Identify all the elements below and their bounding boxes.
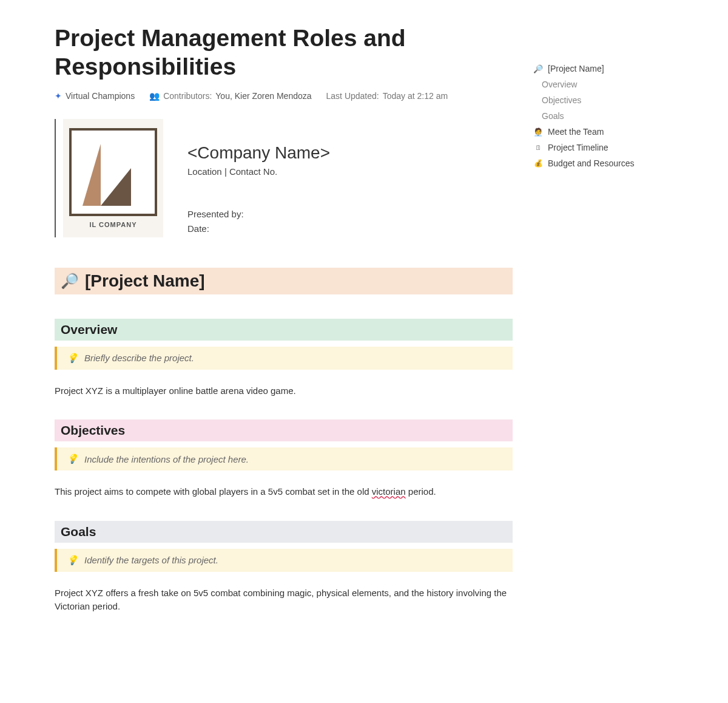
presented-by: Presented by: bbox=[187, 207, 330, 222]
toc-label: Project Timeline bbox=[548, 143, 608, 152]
objectives-body-post: period. bbox=[406, 486, 436, 497]
page-title: Project Management Roles and Responsibil… bbox=[55, 24, 513, 81]
logo-label: IL COMPANY bbox=[89, 221, 136, 228]
toc-label: Goals bbox=[542, 111, 564, 121]
objectives-hint-text: Include the intentions of the project he… bbox=[84, 454, 249, 464]
last-updated-label: Last Updated: bbox=[326, 91, 379, 101]
sparkle-icon: ✦ bbox=[55, 91, 62, 101]
overview-hint-text: Briefly describe the project. bbox=[84, 353, 194, 363]
person-icon: 🧑‍💼 bbox=[533, 127, 543, 137]
objectives-banner: Objectives bbox=[55, 419, 513, 441]
overview-banner: Overview bbox=[55, 319, 513, 341]
bulb-icon: 💡 bbox=[67, 353, 78, 364]
workspace-name: Virtual Champions bbox=[66, 91, 135, 101]
table-of-contents: 🔎 [Project Name] Overview Objectives Goa… bbox=[531, 61, 646, 171]
bulb-icon: 💡 bbox=[67, 555, 78, 566]
bulb-icon: 💡 bbox=[67, 453, 78, 464]
toc-project-name[interactable]: 🔎 [Project Name] bbox=[531, 61, 646, 76]
calendar-icon: 🗓 bbox=[533, 144, 543, 151]
company-block: IL COMPANY <Company Name> Location | Con… bbox=[55, 119, 513, 237]
company-logo: IL COMPANY bbox=[63, 119, 163, 237]
overview-heading: Overview bbox=[61, 322, 117, 337]
last-updated-chip: Last Updated: Today at 2:12 am bbox=[326, 91, 448, 101]
toc-objectives[interactable]: Objectives bbox=[531, 92, 646, 108]
goals-banner: Goals bbox=[55, 521, 513, 543]
objectives-body-emph: victorian bbox=[372, 486, 406, 497]
moneybag-icon: 💰 bbox=[533, 159, 543, 168]
contributors-chip[interactable]: 👥 Contributors: You, Kier Zoren Mendoza bbox=[149, 91, 311, 101]
company-sub: Location | Contact No. bbox=[187, 166, 330, 177]
contributors-value: You, Kier Zoren Mendoza bbox=[215, 91, 311, 101]
toc-goals[interactable]: Goals bbox=[531, 108, 646, 124]
last-updated-value: Today at 2:12 am bbox=[383, 91, 448, 101]
logo-graphic bbox=[69, 128, 157, 216]
toc-label: Budget and Resources bbox=[548, 158, 634, 168]
overview-body: Project XYZ is a multiplayer online batt… bbox=[55, 384, 513, 398]
toc-label: Meet the Team bbox=[548, 127, 604, 137]
toc-budget[interactable]: 💰 Budget and Resources bbox=[531, 155, 646, 171]
presented-date: Date: bbox=[187, 222, 330, 236]
goals-heading: Goals bbox=[61, 525, 96, 539]
company-name: <Company Name> bbox=[187, 143, 330, 163]
toc-project-timeline[interactable]: 🗓 Project Timeline bbox=[531, 140, 646, 155]
goals-hint: 💡 Identify the targets of this project. bbox=[55, 549, 513, 572]
magnifier-icon: 🔎 bbox=[533, 64, 543, 73]
toc-label: [Project Name] bbox=[548, 64, 604, 73]
toc-label: Overview bbox=[542, 80, 577, 89]
people-icon: 👥 bbox=[149, 91, 160, 101]
document-meta: ✦ Virtual Champions 👥 Contributors: You,… bbox=[55, 91, 513, 101]
toc-label: Objectives bbox=[542, 95, 581, 105]
workspace-chip[interactable]: ✦ Virtual Champions bbox=[55, 91, 135, 101]
objectives-body: This project aims to compete with global… bbox=[55, 485, 513, 499]
magnifier-icon: 🔎 bbox=[61, 273, 79, 290]
goals-body: Project XYZ offers a fresh take on 5v5 c… bbox=[55, 586, 513, 614]
objectives-heading: Objectives bbox=[61, 423, 125, 438]
overview-hint: 💡 Briefly describe the project. bbox=[55, 347, 513, 370]
toc-overview[interactable]: Overview bbox=[531, 76, 646, 92]
project-name-heading: [Project Name] bbox=[85, 271, 205, 291]
objectives-body-pre: This project aims to compete with global… bbox=[55, 486, 372, 497]
goals-hint-text: Identify the targets of this project. bbox=[84, 555, 218, 565]
document-main: Project Management Roles and Responsibil… bbox=[55, 24, 513, 614]
project-name-banner: 🔎 [Project Name] bbox=[55, 268, 513, 294]
objectives-hint: 💡 Include the intentions of the project … bbox=[55, 447, 513, 470]
toc-meet-team[interactable]: 🧑‍💼 Meet the Team bbox=[531, 124, 646, 140]
contributors-label: Contributors: bbox=[163, 91, 212, 101]
